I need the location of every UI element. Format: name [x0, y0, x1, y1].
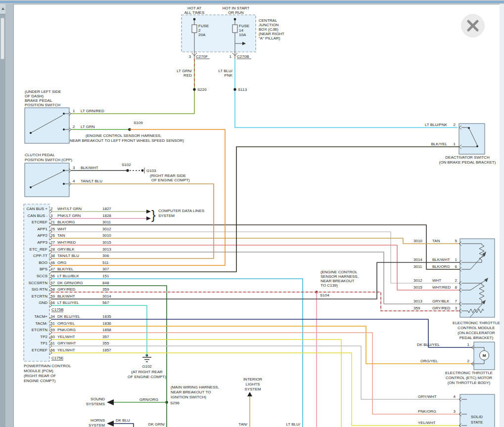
wire-label: LT BLU/	[286, 422, 300, 427]
pcm-signal-name: ETCRTN	[32, 294, 48, 299]
splice-dot-s113	[233, 88, 236, 90]
pcm-signal-name: BPS	[40, 267, 47, 271]
offpage-system-label: SYSTEM	[89, 423, 105, 427]
pin-number: 3	[73, 166, 75, 170]
wire-label: BLK/YEL	[431, 142, 448, 146]
wire-label: DK BLU	[116, 418, 130, 423]
wire-gry-red	[52, 292, 459, 311]
harness-note: (ENGINE CONTROL SENSOR HARNESS,	[86, 133, 162, 138]
pcm-signal-name: APP1	[38, 227, 48, 231]
etc-circuit-number: 3012	[413, 278, 422, 283]
close-button[interactable]	[461, 14, 484, 37]
clutch-switch-box	[25, 163, 69, 197]
deactivator-switch-box	[459, 124, 485, 154]
connector-label: C175B	[51, 307, 63, 312]
harness-note: NEAR BREAKOUT TO	[171, 390, 211, 394]
pcm-pin-number: 51	[50, 321, 55, 326]
ground-icon	[142, 357, 151, 362]
etc-wire-color: GRY/BLK	[432, 299, 450, 303]
etc-wire-color: WHT/RED	[432, 285, 451, 290]
pcm-signal-name: SCCSRTN	[28, 281, 47, 285]
pin-number: 1	[73, 109, 75, 113]
wire-gry-red-stripe	[52, 292, 459, 311]
pcm-circuit-number: 3014	[102, 294, 111, 299]
pin-number: 2	[73, 125, 75, 129]
pcm-pin-number: 66	[50, 348, 55, 352]
pcm-wire-color: GRY/BLK	[57, 247, 75, 252]
etc-wire-color: TAN	[432, 239, 440, 243]
hot-label: HOT IN START	[223, 6, 250, 10]
pin-number: 1	[467, 342, 470, 347]
pcm-pin-number: 34	[50, 314, 55, 319]
pcm-pin-number: 56	[50, 274, 55, 278]
ground-label: G102	[142, 364, 152, 369]
component-title: SOLID	[471, 415, 483, 419]
pcm-wire-color: DK GRN/ORG	[57, 281, 83, 285]
wire-tan	[52, 238, 459, 244]
component-title: MODULE (PCM)	[24, 369, 53, 373]
pcm-circuit-number: 1828	[102, 214, 111, 218]
pcm-wire-color: GRY/RED	[57, 287, 76, 292]
harness-note: NEAR BREAKOUT TO LEFT FRONT WHEEL SPEED …	[70, 138, 184, 143]
pcm-wire-color: LT BLU/BLK	[57, 274, 79, 278]
splice-label: S220	[197, 87, 207, 92]
offpage-system-label: SYSTEMS	[86, 402, 105, 406]
fuse-label: 10A	[239, 33, 246, 37]
pcm-pin-number: 47	[50, 267, 55, 271]
wire-label: LT GRN	[81, 125, 95, 129]
offpage-system-label: HORNS	[91, 418, 105, 423]
wire-label: LT GRN/	[177, 69, 192, 73]
connector-label: C175E	[51, 356, 63, 360]
wire-label: GRY/WHT	[418, 394, 437, 399]
fuse-label: FUSE	[198, 24, 209, 28]
scrollbar[interactable]	[0, 4, 5, 427]
component-title: (ON BRAKE PEDAL BRACKET)	[439, 160, 496, 165]
harness-note: IGNITION SWITCH)	[171, 395, 206, 399]
pin-number: 1	[454, 142, 456, 146]
ground-note: OF ENGINE COMPT)	[151, 178, 190, 182]
harness-note: NEAR BREAKOUT	[321, 279, 355, 283]
wire-lt-blu-pnk	[235, 59, 458, 128]
hot-label: HOT AT	[187, 6, 201, 10]
splice-label: S109	[134, 121, 143, 125]
component-title: (ON ACCELERATOR	[458, 331, 495, 335]
wire-label: TAN/LT BLU	[81, 179, 102, 183]
pcm-pin-number: 58	[50, 287, 55, 292]
component-title: PEDAL BRACKET)	[459, 336, 494, 340]
pcm-signal-name: APP3	[38, 240, 48, 245]
ground-note: OF ENGINE COMPT)	[128, 375, 166, 379]
wire-dk-blu-yel	[52, 319, 471, 347]
splice-dot-s102	[126, 169, 129, 171]
pcm-pin-number: 21	[50, 220, 55, 224]
pcm-pin-number: 25	[50, 227, 55, 231]
harness-note: TO C139)	[321, 283, 338, 288]
component-title: POSITION SWITCH (CPP)	[25, 158, 72, 162]
wire-label: DK GRN/	[148, 422, 165, 427]
pcm-wire-color: WHT/LT GRN	[57, 207, 82, 211]
etc-wire-color: BLK/WHT	[432, 257, 450, 262]
etc-wire-color: BLK/ORG	[432, 264, 450, 269]
wire-label: LT BLU/PNK	[425, 123, 448, 127]
pcm-circuit-number: 1858	[102, 328, 111, 332]
etc-pin-number: 7	[455, 299, 458, 303]
wire-tan-lt-blu	[52, 184, 214, 258]
harness-note: (ENGINE CONTROL	[321, 270, 358, 274]
pcm-circuit-number: 3015	[102, 240, 111, 245]
component-title: CONTROL (ETC) MOTOR	[446, 376, 492, 380]
generated-wires	[52, 129, 471, 427]
component-title: POWERTRAIN CONTROL	[24, 364, 71, 368]
connector-label: C270F	[196, 54, 208, 59]
pcm-circuit-number: 3011	[102, 220, 111, 224]
pcm-circuit-number: 511	[102, 260, 109, 265]
pcm-pin-number: 59	[50, 294, 55, 299]
pcm-pin-number: 59	[50, 328, 55, 332]
pcm-circuit-number: 306	[102, 254, 109, 258]
scroll-up-button[interactable]	[0, 4, 5, 14]
scrollbar-thumb[interactable]	[0, 18, 4, 59]
pcm-circuit-number: 357	[102, 335, 109, 339]
etc-pin-number: 8	[455, 285, 458, 290]
pcm-pin-number: 61	[50, 341, 55, 345]
etc-pin-number: 6	[455, 264, 458, 269]
harness-note: (MAIN WIRING HARNESS,	[171, 385, 219, 389]
pcm-wire-color: PNK/LT GRN	[57, 214, 81, 218]
